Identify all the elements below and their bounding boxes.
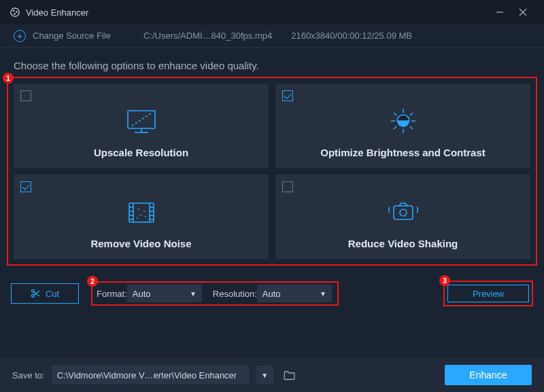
close-button[interactable]	[511, 0, 534, 24]
annotation-box-1: 1 Upscale Resolution	[7, 77, 537, 266]
annotation-box-3: 3 Preview	[443, 281, 533, 306]
option-label: Optimize Brightness and Contrast	[320, 147, 486, 158]
checkbox-shaking[interactable]	[282, 181, 293, 192]
option-reduce-shaking[interactable]: Reduce Video Shaking	[275, 175, 530, 259]
svg-line-16	[394, 113, 396, 115]
format-dropdown[interactable]: Auto ▼	[127, 285, 202, 302]
checkbox-noise[interactable]	[20, 181, 31, 192]
save-path-field[interactable]: C:\Vidmore\Vidmore V…erter\Video Enhance…	[52, 366, 249, 385]
svg-point-34	[145, 216, 146, 217]
camera-shake-icon	[386, 198, 421, 228]
checkbox-upscale[interactable]	[20, 90, 31, 101]
enhance-options-grid: Upscale Resolution Optimize Bright	[8, 78, 536, 264]
bottom-bar: Save to: C:\Vidmore\Vidmore V…erter\Vide…	[0, 358, 544, 392]
format-value: Auto	[133, 289, 151, 299]
minimize-button[interactable]	[488, 0, 511, 24]
chevron-down-icon: ▼	[261, 372, 268, 379]
save-path-history-button[interactable]: ▼	[256, 366, 273, 385]
svg-line-17	[410, 126, 413, 129]
svg-line-10	[132, 113, 151, 126]
app-title: Video Enhancer	[26, 7, 488, 18]
filmstrip-icon	[125, 199, 158, 228]
open-folder-button[interactable]	[280, 366, 299, 385]
svg-line-19	[394, 126, 396, 129]
svg-point-35	[137, 217, 138, 219]
preview-label: Preview	[473, 289, 504, 299]
cut-button[interactable]: Cut	[11, 283, 79, 304]
chevron-down-icon: ▼	[190, 290, 197, 298]
annotation-badge-2: 2	[87, 276, 98, 287]
svg-rect-36	[394, 206, 413, 219]
option-remove-noise[interactable]: Remove Video Noise	[14, 175, 269, 259]
svg-point-1	[13, 10, 15, 12]
instruction-text: Choose the following options to enhance …	[0, 48, 544, 79]
change-source-file-button[interactable]: + Change Source File	[14, 30, 111, 42]
source-file-meta: 2160x3840/00:00:12/25.09 MB	[291, 31, 412, 41]
svg-line-18	[410, 113, 413, 115]
preview-button[interactable]: Preview	[447, 285, 529, 302]
enhance-button[interactable]: Enhance	[445, 365, 532, 385]
format-label: Format:	[97, 289, 127, 299]
option-brightness-contrast[interactable]: Optimize Brightness and Contrast	[275, 84, 530, 168]
cut-label: Cut	[46, 289, 59, 299]
annotation-box-2: 2 Format: Auto ▼ Resolution: Auto ▼	[91, 281, 339, 306]
svg-rect-7	[128, 111, 155, 128]
scissors-icon	[31, 289, 40, 298]
option-label: Remove Video Noise	[90, 238, 191, 249]
app-icon	[10, 7, 20, 18]
annotation-badge-1: 1	[3, 73, 14, 84]
resolution-label: Resolution:	[213, 289, 257, 299]
svg-point-0	[11, 8, 19, 16]
resolution-value: Auto	[262, 289, 281, 299]
controls-row: Cut 2 Format: Auto ▼ Resolution: Auto ▼ …	[0, 281, 544, 306]
source-file-path: C:/Users/ADMI…840_30fps.mp4	[143, 31, 272, 41]
svg-point-33	[140, 215, 141, 216]
svg-point-32	[143, 211, 145, 212]
change-source-label: Change Source File	[33, 31, 111, 41]
svg-point-37	[400, 209, 407, 216]
monitor-icon	[125, 108, 158, 137]
svg-point-3	[14, 13, 16, 15]
resolution-dropdown[interactable]: Auto ▼	[257, 285, 332, 302]
save-to-label: Save to:	[12, 370, 45, 380]
checkbox-brightness[interactable]	[282, 90, 293, 101]
chevron-down-icon: ▼	[320, 290, 326, 298]
folder-icon	[284, 370, 296, 380]
brightness-icon	[386, 107, 421, 137]
option-label: Upscale Resolution	[94, 147, 188, 158]
option-label: Reduce Video Shaking	[348, 238, 458, 249]
enhance-label: Enhance	[469, 370, 507, 380]
option-upscale-resolution[interactable]: Upscale Resolution	[14, 84, 269, 168]
titlebar: Video Enhancer	[0, 0, 544, 24]
svg-point-2	[16, 11, 18, 13]
plus-icon: +	[14, 30, 26, 42]
source-bar: + Change Source File C:/Users/ADMI…840_3…	[0, 24, 544, 48]
save-path-value: C:\Vidmore\Vidmore V…erter\Video Enhance…	[57, 370, 237, 380]
svg-point-31	[138, 209, 139, 210]
annotation-badge-3: 3	[439, 275, 450, 286]
